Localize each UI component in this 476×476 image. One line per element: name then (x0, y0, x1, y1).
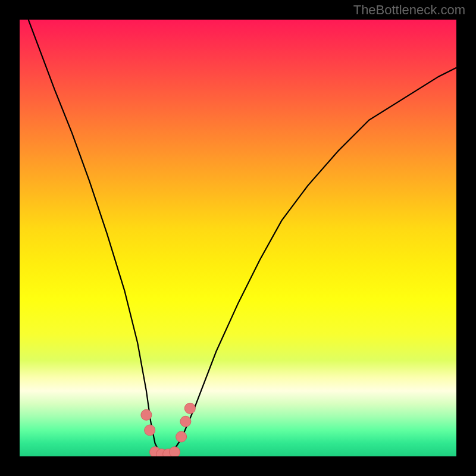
curve-marker (184, 403, 195, 414)
curve-marker (170, 447, 180, 456)
watermark-text: TheBottleneck.com (353, 2, 465, 18)
curve-marker (141, 409, 152, 420)
curve-marker (180, 416, 191, 427)
curve-markers (141, 403, 195, 456)
curve-marker (145, 425, 155, 436)
curve-marker (176, 431, 187, 442)
chart-plot-area (20, 20, 456, 456)
chart-svg (20, 20, 456, 456)
bottleneck-curve (29, 20, 456, 456)
